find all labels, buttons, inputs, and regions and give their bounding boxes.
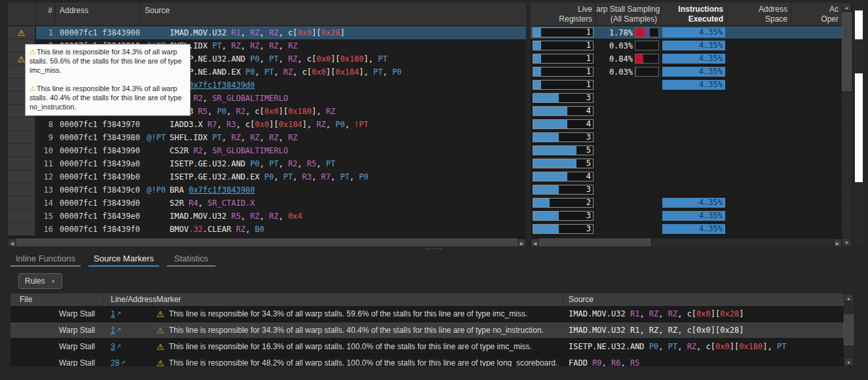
scrollbar-thumb[interactable] (842, 12, 852, 91)
scroll-up-button[interactable]: ▲ (842, 3, 852, 11)
warp-stall-cell: 1.78% (596, 26, 661, 39)
line-link[interactable]: 3 (111, 342, 115, 351)
column-header-live-registers[interactable]: Live Registers (531, 3, 596, 26)
metrics-row[interactable]: 4 (531, 170, 842, 183)
column-header-source[interactable]: Source (141, 3, 526, 26)
metrics-row[interactable]: 3 (531, 92, 842, 105)
tab-statistics[interactable]: Statistics (167, 253, 216, 267)
source-row[interactable]: ⚠100007fc1 f3843900IMAD.MOV.U32 R1, RZ, … (8, 26, 526, 39)
live-registers-bar: 3 (533, 185, 594, 195)
metrics-row[interactable]: 14.35% (531, 79, 842, 92)
metrics-row[interactable]: 10.84%4.35% (531, 52, 842, 66)
metrics-row[interactable]: 10.03%4.35% (531, 39, 842, 52)
instructions-executed-cell (661, 183, 727, 196)
source-row[interactable]: 1300007fc1 f38439c0@!P0BRA 0x7fc1f384398… (8, 183, 526, 197)
gutter-cell[interactable] (8, 197, 36, 210)
gutter-cell[interactable] (8, 210, 36, 223)
metrics-vertical-scrollbar[interactable]: ▲ ▼ (842, 3, 852, 246)
metrics-row[interactable]: 4 (531, 118, 842, 131)
access-operations-cell (791, 223, 842, 235)
rules-dropdown[interactable]: Rules ▼ (18, 273, 62, 289)
gutter-cell[interactable] (8, 183, 36, 197)
scroll-left-button[interactable]: ◀ (531, 238, 539, 246)
column-header-file[interactable]: File (10, 294, 103, 306)
scroll-up-button[interactable]: ▲ (844, 294, 854, 302)
metrics-row[interactable]: 3 (531, 183, 842, 197)
instruction-source: ISETP.GE.U32.AND P0, PT, R2, R5, PT (141, 159, 526, 168)
scroll-down-button[interactable]: ▼ (844, 358, 854, 366)
branch-target-link[interactable]: 0x7fc1f38439d0 (189, 81, 255, 90)
source-horizontal-scrollbar[interactable]: ◀ ▶ (8, 238, 526, 246)
source-row[interactable]: 900007fc1 f3843980@!PTSHFL.IDX PT, RZ, R… (8, 131, 526, 144)
metrics-row[interactable]: 34.35% (531, 223, 842, 236)
heatmap-block[interactable] (855, 73, 863, 182)
column-header-address-space[interactable]: Address Space (727, 3, 791, 26)
gutter-cell[interactable] (8, 144, 36, 157)
markers-rows: Warp Stall1↗⚠This line is responsible fo… (10, 306, 844, 366)
column-header-instructions-executed[interactable]: Instructions Executed (661, 3, 727, 26)
column-header-source[interactable]: Source (563, 294, 844, 306)
metrics-row[interactable]: 10.03%4.35% (531, 66, 842, 79)
metrics-row[interactable]: 24.35% (531, 197, 842, 210)
source-row[interactable]: 1200007fc1 f38439b0ISETP.GE.U32.AND.EX P… (8, 170, 526, 183)
branch-target-link[interactable]: 0x7fc1f3843980 (189, 185, 255, 195)
marker-row[interactable]: Warp Stall3↗⚠This line is responsible fo… (10, 339, 844, 355)
tab-inline-functions[interactable]: Inline Functions (10, 253, 81, 267)
marker-row[interactable]: Warp Stall1↗⚠This line is responsible fo… (10, 322, 844, 339)
live-registers-cell: 4 (531, 170, 596, 183)
predicate: @!P0 (142, 185, 166, 195)
gutter-cell[interactable] (8, 223, 36, 236)
panel-splitter[interactable]: ······ (0, 246, 868, 252)
chevron-down-icon: ▼ (51, 279, 56, 284)
live-registers-bar: 3 (533, 211, 594, 221)
column-header-line-address[interactable]: Line/Address (103, 294, 153, 306)
column-header-address[interactable]: Address (56, 3, 141, 26)
scroll-left-button[interactable]: ◀ (8, 238, 16, 246)
column-header-marker[interactable]: Marker (153, 294, 563, 306)
markers-vertical-scrollbar[interactable]: ▲ ▼ (844, 294, 854, 366)
scroll-down-button[interactable]: ▼ (842, 238, 852, 246)
instruction-source: IMAD.MOV.U32 R5, RZ, RZ, 0x4 (141, 212, 526, 221)
gutter-cell[interactable] (8, 170, 36, 183)
line-link[interactable]: 1 (111, 326, 115, 335)
gutter-cell[interactable] (8, 131, 36, 144)
scroll-right-button[interactable]: ▶ (833, 238, 842, 246)
column-header-access-operations[interactable]: Ac Oper (791, 3, 842, 26)
source-row[interactable]: 1000007fc1 f3843990CS2R R2, SR_GLOBALTIM… (8, 144, 526, 157)
line-link[interactable]: 1 (111, 309, 115, 318)
gutter-cell[interactable] (8, 157, 36, 170)
source-row[interactable]: 1100007fc1 f38439a0ISETP.GE.U32.AND P0, … (8, 157, 526, 170)
warning-icon: ⚠ (157, 342, 164, 352)
source-row[interactable]: 1600007fc1 f38439f0BMOV.32.CLEAR RZ, B0 (8, 223, 526, 236)
marker-source: IMAD.MOV.U32 R1, RZ, RZ, c[0x0][0x28] (563, 326, 844, 335)
marker-heatmap[interactable] (854, 0, 863, 246)
metrics-row[interactable]: 11.78%4.35% (531, 26, 842, 39)
tab-source-markers[interactable]: Source Markers (88, 253, 159, 267)
line-link[interactable]: 28 (111, 358, 119, 366)
column-header-num[interactable]: # (36, 3, 56, 26)
gutter-cell[interactable]: ⚠ (8, 26, 36, 39)
source-row[interactable]: 1400007fc1 f38439d0S2R R4, SR_CTAID.X (8, 197, 526, 210)
marker-row[interactable]: Warp Stall1↗⚠This line is responsible fo… (10, 306, 844, 322)
metrics-row[interactable]: 34.35% (531, 210, 842, 223)
live-registers-value: 1 (586, 41, 591, 50)
heatmap-block[interactable] (855, 10, 863, 39)
warp-stall-cell (596, 197, 661, 209)
address-space-cell (727, 79, 791, 91)
instruction-source: CS2R R2, SR_GLOBALTIMERLO (141, 94, 526, 103)
metrics-row[interactable]: 4 (531, 105, 842, 118)
gutter-cell[interactable] (8, 118, 36, 131)
metrics-horizontal-scrollbar[interactable]: ◀ ▶ (531, 238, 842, 246)
scrollbar-thumb[interactable] (844, 314, 854, 345)
source-row[interactable]: 800007fc1 f3843970IADD3.X R7, R3, c[0x0]… (8, 118, 526, 131)
scroll-right-button[interactable]: ▶ (518, 238, 526, 246)
marker-row[interactable]: Warp Stall28↗⚠This line is responsible f… (10, 355, 844, 366)
scrollbar-thumb[interactable] (16, 238, 518, 246)
column-header-warp-stall-sampling[interactable]: arp Stall Sampling (All Samples) (596, 3, 661, 26)
source-row[interactable]: 1500007fc1 f38439e0IMAD.MOV.U32 R5, RZ, … (8, 210, 526, 223)
warp-stall-bar (635, 67, 659, 77)
metrics-row[interactable]: 3 (531, 131, 842, 144)
metrics-row[interactable]: 5 (531, 157, 842, 170)
metrics-row[interactable]: 5 (531, 144, 842, 157)
scrollbar-thumb[interactable] (539, 238, 651, 246)
